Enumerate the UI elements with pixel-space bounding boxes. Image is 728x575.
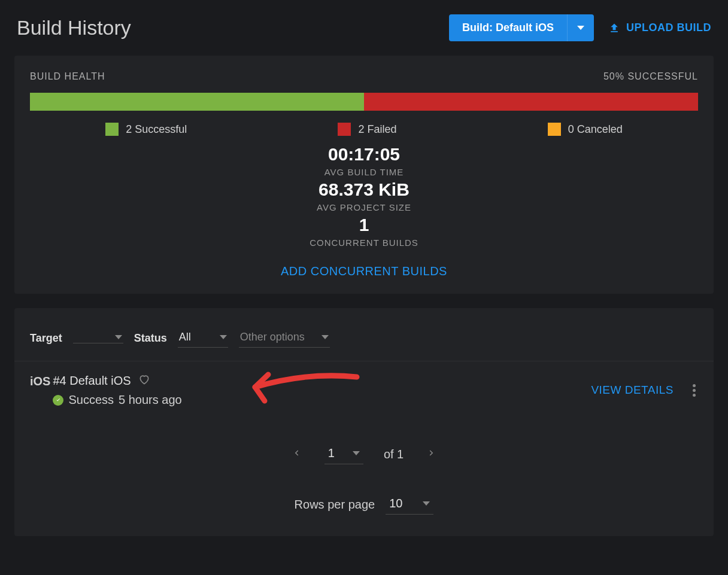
build-time-text: 5 hours ago bbox=[119, 393, 182, 407]
legend-canceled-swatch bbox=[548, 123, 561, 136]
target-filter-label: Target bbox=[30, 332, 62, 345]
legend-success-swatch bbox=[105, 123, 119, 136]
page-title: Build History bbox=[17, 16, 131, 39]
page-number-select[interactable]: 1 bbox=[324, 444, 363, 464]
rows-per-page: Rows per page 10 bbox=[14, 464, 714, 536]
build-button-group: Build: Default iOS bbox=[449, 14, 594, 41]
status-filter-value: All bbox=[179, 331, 203, 343]
avg-project-size-label: AVG PROJECT SIZE bbox=[30, 202, 698, 212]
other-options-select[interactable]: Other options bbox=[239, 328, 330, 348]
legend-canceled: 0 Canceled bbox=[548, 123, 623, 136]
avg-build-time-value: 00:17:05 bbox=[30, 144, 698, 165]
view-details-link[interactable]: VIEW DETAILS bbox=[591, 384, 674, 397]
caret-down-icon bbox=[577, 26, 584, 30]
chevron-right-icon bbox=[426, 448, 437, 458]
build-status-text: Success bbox=[68, 393, 114, 407]
upload-build-label: UPLOAD BUILD bbox=[626, 22, 711, 34]
success-check-icon bbox=[53, 395, 63, 406]
legend-failed: 2 Failed bbox=[338, 123, 396, 136]
health-bar-success-segment bbox=[30, 93, 364, 111]
status-filter-label: Status bbox=[134, 332, 167, 345]
pagination: 1 of 1 bbox=[14, 420, 714, 464]
more-options-button[interactable] bbox=[690, 382, 698, 399]
build-title: #4 Default iOS bbox=[53, 374, 131, 388]
target-filter-select[interactable] bbox=[73, 333, 123, 343]
avg-project-size-value: 68.373 KiB bbox=[30, 180, 698, 200]
other-options-placeholder: Other options bbox=[240, 331, 305, 343]
build-button[interactable]: Build: Default iOS bbox=[449, 14, 567, 41]
build-health-panel: BUILD HEALTH 50% SUCCESSFUL 2 Successful… bbox=[14, 56, 714, 294]
chevron-left-icon bbox=[291, 448, 302, 458]
page-number-value: 1 bbox=[328, 446, 335, 460]
health-legend: 2 Successful 2 Failed 0 Canceled bbox=[30, 123, 698, 136]
platform-ios-icon: iOS bbox=[30, 375, 50, 388]
legend-failed-label: 2 Failed bbox=[358, 123, 396, 136]
status-filter-select[interactable]: All bbox=[178, 328, 228, 348]
health-bar-failed-segment bbox=[364, 93, 698, 111]
legend-failed-swatch bbox=[338, 123, 351, 136]
arrow-annotation bbox=[237, 366, 363, 408]
caret-down-icon bbox=[115, 335, 122, 339]
metrics: 00:17:05 AVG BUILD TIME 68.373 KiB AVG P… bbox=[30, 144, 698, 248]
upload-build-button[interactable]: UPLOAD BUILD bbox=[608, 22, 711, 34]
caret-down-icon bbox=[423, 501, 430, 506]
legend-successful: 2 Successful bbox=[105, 123, 187, 136]
header-actions: Build: Default iOS UPLOAD BUILD bbox=[449, 14, 711, 41]
upload-icon bbox=[608, 22, 620, 34]
next-page-button[interactable] bbox=[424, 445, 439, 463]
build-button-caret[interactable] bbox=[567, 14, 594, 41]
legend-canceled-label: 0 Canceled bbox=[568, 123, 623, 136]
build-health-label: BUILD HEALTH bbox=[30, 71, 105, 82]
builds-panel: Target Status All Other options iOS #4 D… bbox=[14, 308, 714, 536]
success-rate-text: 50% SUCCESSFUL bbox=[603, 71, 698, 82]
prev-page-button[interactable] bbox=[289, 445, 304, 463]
build-row[interactable]: iOS #4 Default iOS Success 5 hours ago bbox=[14, 361, 714, 420]
concurrent-builds-label: CONCURRENT BUILDS bbox=[30, 238, 698, 248]
rows-per-page-label: Rows per page bbox=[295, 498, 375, 512]
concurrent-builds-value: 1 bbox=[30, 215, 698, 235]
health-bar bbox=[30, 93, 698, 111]
caret-down-icon bbox=[321, 335, 329, 339]
add-concurrent-builds-link[interactable]: ADD CONCURRENT BUILDS bbox=[30, 264, 698, 278]
favorite-heart-icon[interactable] bbox=[138, 373, 150, 388]
rows-per-page-value: 10 bbox=[389, 497, 402, 510]
legend-successful-label: 2 Successful bbox=[126, 123, 187, 136]
caret-down-icon bbox=[220, 335, 227, 339]
rows-per-page-select[interactable]: 10 bbox=[386, 494, 433, 515]
avg-build-time-label: AVG BUILD TIME bbox=[30, 167, 698, 177]
page-of-total: of 1 bbox=[384, 448, 404, 461]
caret-down-icon bbox=[353, 451, 360, 455]
filters-row: Target Status All Other options bbox=[14, 308, 714, 361]
